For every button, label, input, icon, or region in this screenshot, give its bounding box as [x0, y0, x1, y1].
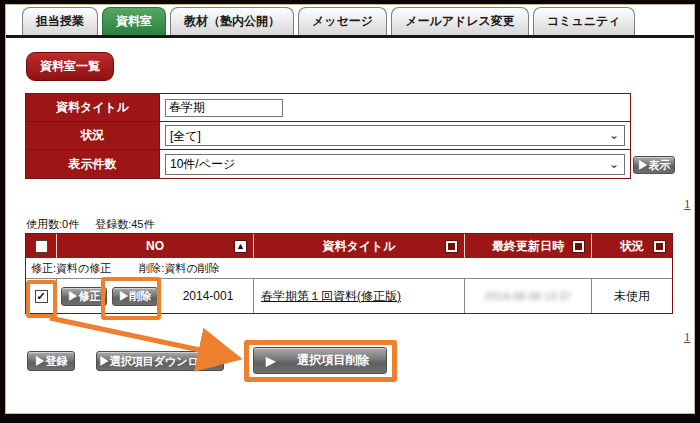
status-select[interactable]: [全て] ⌄ [165, 125, 625, 146]
edit-button[interactable]: ▶修正 [61, 287, 107, 306]
table-header-row: NO ▲ 資料タイトル 最終更新日時 状況 [26, 234, 672, 258]
page-frame: 担当授業 資料室 教材（塾内公開） メッセージ メールアドレス変更 コミュニティ… [0, 0, 700, 423]
play-arrow-icon: ▶ [266, 354, 275, 368]
usage-count: 使用数:0件 [26, 217, 79, 232]
sort-toggle-icon[interactable] [572, 240, 585, 253]
form-row-status: 状況 [全て] ⌄ [26, 122, 630, 150]
content-area: 担当授業 資料室 教材（塾内公開） メッセージ メールアドレス変更 コミュニティ… [5, 4, 695, 414]
perpage-select[interactable]: 10件/ページ ⌄ [165, 154, 625, 175]
delete-selected-button[interactable]: ▶ 選択項目削除 [253, 347, 387, 374]
tab-teaching-materials[interactable]: 教材（塾内公開） [170, 7, 294, 35]
legend-edit: 修正:資料の修正 [31, 261, 111, 276]
row-checkbox[interactable] [35, 290, 48, 303]
table-legend: 修正:資料の修正 削除:資料の削除 [26, 258, 672, 279]
tab-email-change[interactable]: メールアドレス変更 [391, 7, 529, 35]
header-status: 状況 [592, 234, 672, 258]
form-row-perpage: 表示件数 10件/ページ ⌄ [26, 150, 630, 178]
table-row: ▶修正 ▶削除 2014-001 春学期第１回資料(修正版) 2014-08-0… [26, 279, 672, 313]
sort-asc-icon[interactable]: ▲ [234, 240, 247, 253]
legend-delete: 削除:資料の削除 [139, 261, 219, 276]
pagination-bottom[interactable]: 1 [684, 329, 691, 345]
tab-assigned-classes[interactable]: 担当授業 [22, 7, 98, 35]
materials-table: NO ▲ 資料タイトル 最終更新日時 状況 修正:資料の修正 削除: [25, 233, 673, 314]
tab-underline [6, 35, 694, 38]
title-search-input[interactable] [165, 99, 283, 117]
status-select-control[interactable]: [全て] [166, 126, 624, 145]
tab-messages[interactable]: メッセージ [298, 7, 387, 35]
title-label: 資料タイトル [26, 94, 160, 121]
header-title: 資料タイトル [254, 234, 465, 258]
select-all-checkbox[interactable] [35, 240, 48, 253]
search-form: 資料タイトル 状況 [全て] ⌄ 表示件数 [25, 93, 631, 179]
row-no: 2014-001 [163, 289, 253, 303]
header-no: NO ▲ [57, 234, 254, 258]
page-title-badge: 資料室一覧 [26, 52, 114, 81]
register-button[interactable]: ▶登録 [27, 351, 75, 371]
perpage-label: 表示件数 [26, 150, 160, 178]
status-value: 未使用 [614, 288, 650, 305]
show-button[interactable]: ▶表示 [633, 156, 675, 174]
delete-button[interactable]: ▶削除 [112, 287, 158, 306]
tab-community[interactable]: コミュニティ [533, 7, 635, 35]
sort-toggle-icon[interactable] [445, 240, 458, 253]
count-summary: 使用数:0件 登録数:45件 [26, 217, 154, 232]
last-updated-redacted: 2014-08-08 13:37 [485, 290, 572, 302]
material-title-link[interactable]: 春学期第１回資料(修正版) [261, 288, 401, 305]
form-row-title: 資料タイトル [26, 94, 630, 122]
perpage-select-control[interactable]: 10件/ページ [166, 155, 624, 174]
sort-toggle-icon[interactable] [653, 240, 666, 253]
tab-materials-room[interactable]: 資料室 [102, 7, 166, 35]
tab-bar: 担当授業 資料室 教材（塾内公開） メッセージ メールアドレス変更 コミュニティ [22, 7, 639, 35]
header-updated: 最終更新日時 [465, 234, 592, 258]
pagination-top[interactable]: 1 [684, 196, 691, 212]
registered-count: 登録数:45件 [95, 217, 154, 232]
download-selected-button[interactable]: ▶選択項目ダウンロード [96, 351, 224, 371]
status-label: 状況 [26, 122, 160, 149]
